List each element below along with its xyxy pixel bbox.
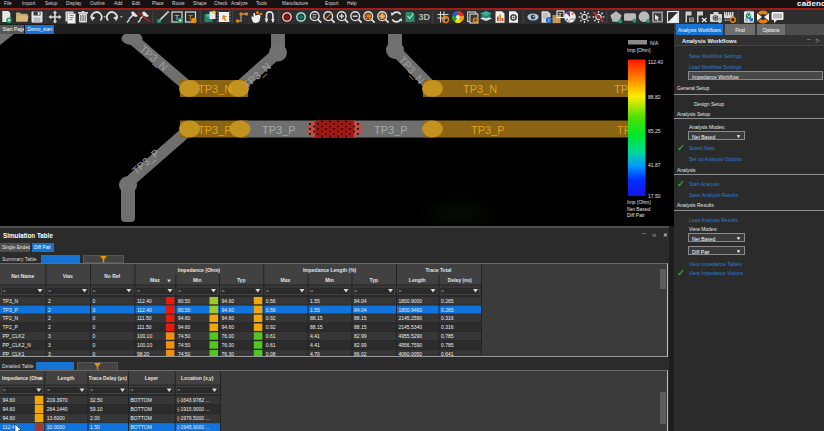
svg-text:Diff Pair: Diff Pair	[627, 212, 645, 218]
svg-text:112.40: 112.40	[137, 307, 152, 313]
svg-text:98.20: 98.20	[137, 351, 150, 357]
svg-text:1.55: 1.55	[310, 298, 320, 304]
svg-text:84.04: 84.04	[354, 307, 367, 313]
svg-text:2145.5340: 2145.5340	[399, 324, 423, 330]
svg-text:Layer: Layer	[145, 375, 158, 381]
svg-text:111.50: 111.50	[137, 315, 152, 321]
svg-text:T: T	[558, 12, 562, 18]
svg-text:0: 0	[93, 324, 96, 330]
svg-text:TP3_P: TP3_P	[198, 124, 232, 136]
svg-text:TP3_P: TP3_P	[262, 124, 296, 136]
svg-text:Length: Length	[409, 277, 426, 283]
svg-text:Max: Max	[281, 277, 291, 283]
svg-text:Min: Min	[325, 277, 334, 283]
svg-text:3D: 3D	[419, 12, 431, 22]
svg-text:1800.9000: 1800.9000	[399, 298, 423, 304]
svg-text:76.30: 76.30	[222, 351, 235, 357]
svg-text:Trace Delay (ps): Trace Delay (ps)	[89, 375, 128, 381]
svg-text:0.92: 0.92	[266, 315, 276, 321]
svg-text:74.50: 74.50	[178, 351, 191, 357]
svg-text:100.10: 100.10	[137, 333, 153, 339]
svg-text:74.50: 74.50	[178, 333, 191, 339]
svg-text:0.61: 0.61	[266, 333, 276, 339]
svg-text:Imp [Ohm]: Imp [Ohm]	[627, 47, 651, 53]
svg-text:76.00: 76.00	[222, 342, 235, 348]
svg-text:10.0000: 10.0000	[47, 424, 65, 430]
svg-text:1800.9460: 1800.9460	[399, 307, 423, 313]
svg-text:4955.5290: 4955.5290	[399, 333, 423, 339]
svg-text:13.6000: 13.6000	[47, 415, 65, 421]
svg-text:Impedance Length (%): Impedance Length (%)	[303, 267, 357, 273]
svg-text:94.60: 94.60	[222, 324, 235, 330]
svg-text:0.265: 0.265	[441, 298, 454, 304]
svg-text:94.60: 94.60	[3, 415, 16, 421]
svg-text:94.60: 94.60	[3, 397, 16, 403]
svg-text:BOTTOM: BOTTOM	[131, 397, 152, 403]
svg-text:4.41: 4.41	[310, 342, 320, 348]
svg-text:BOTTOM: BOTTOM	[131, 406, 152, 412]
svg-text:1.55: 1.55	[310, 307, 320, 313]
svg-text:Length: Length	[58, 375, 75, 381]
svg-text:1.50: 1.50	[90, 424, 100, 430]
svg-text:4956.7590: 4956.7590	[399, 342, 423, 348]
svg-text:32.50: 32.50	[90, 397, 103, 403]
svg-text:2: 2	[48, 324, 51, 330]
svg-text:TP3_N: TP3_N	[138, 42, 171, 73]
svg-text:2.00: 2.00	[90, 415, 100, 421]
svg-text:2: 2	[48, 315, 51, 321]
svg-text:84.04: 84.04	[354, 298, 367, 304]
svg-text:82.99: 82.99	[354, 333, 367, 339]
svg-text:264.1440: 264.1440	[47, 406, 68, 412]
svg-text:112.40: 112.40	[137, 298, 152, 304]
svg-text:86.02: 86.02	[354, 351, 367, 357]
svg-text:Typ: Typ	[370, 277, 379, 283]
svg-text:4.41: 4.41	[310, 333, 320, 339]
svg-text:TP2_N: TP2_N	[3, 315, 19, 321]
svg-text:0.08: 0.08	[266, 351, 276, 357]
svg-text:94.60: 94.60	[178, 324, 191, 330]
svg-text:Net Name: Net Name	[11, 273, 34, 279]
svg-text:TP3_P: TP3_P	[374, 124, 408, 136]
svg-text:TP3_N: TP3_N	[198, 83, 232, 95]
svg-text:100.10: 100.10	[137, 342, 153, 348]
svg-text:94.60: 94.60	[3, 406, 16, 412]
svg-text:0: 0	[93, 351, 96, 357]
svg-text:94.60: 94.60	[222, 307, 235, 313]
svg-text:41.87: 41.87	[648, 162, 661, 168]
svg-text:3: 3	[48, 342, 51, 348]
svg-text:Impedance (Ohm): Impedance (Ohm)	[178, 267, 221, 273]
svg-text:0.785: 0.785	[441, 342, 454, 348]
svg-text:0.92: 0.92	[266, 324, 276, 330]
svg-text:80.50: 80.50	[178, 298, 191, 304]
svg-text:0.56: 0.56	[266, 298, 276, 304]
svg-text:(-1979.5000 ...: (-1979.5000 ...	[177, 415, 210, 421]
svg-text:3: 3	[48, 351, 51, 357]
svg-text:Net Based: Net Based	[627, 206, 651, 212]
svg-text:(-1915.9000 ...: (-1915.9000 ...	[177, 406, 210, 412]
svg-text:74.50: 74.50	[178, 342, 191, 348]
svg-text:BOTTOM: BOTTOM	[131, 424, 152, 430]
svg-text:111.50: 111.50	[137, 324, 152, 330]
svg-text:2: 2	[48, 298, 51, 304]
svg-text:N/A: N/A	[650, 40, 659, 46]
svg-text:PP_CLK1: PP_CLK1	[3, 351, 25, 357]
svg-text:94.60: 94.60	[178, 315, 191, 321]
svg-text:0: 0	[93, 307, 96, 313]
svg-text:No Ref: No Ref	[104, 273, 120, 279]
svg-text:0: 0	[93, 333, 96, 339]
svg-text:(-1643.9782 ...: (-1643.9782 ...	[177, 397, 210, 403]
svg-text:3: 3	[48, 333, 51, 339]
svg-text:2: 2	[48, 307, 51, 313]
svg-text:88.15: 88.15	[310, 315, 323, 321]
svg-text:219.3970: 219.3970	[47, 397, 68, 403]
svg-text:PP_CLK2_N: PP_CLK2_N	[3, 342, 32, 348]
svg-text:Min: Min	[193, 277, 202, 283]
svg-text:76.00: 76.00	[222, 333, 235, 339]
svg-text:Imp (Ohm): Imp (Ohm)	[627, 199, 651, 205]
svg-text:88.15: 88.15	[310, 324, 323, 330]
svg-text:TP3_P: TP3_P	[471, 124, 505, 136]
svg-text:TP3_N: TP3_N	[3, 298, 19, 304]
svg-text:0: 0	[93, 315, 96, 321]
svg-text:0.641: 0.641	[441, 351, 454, 357]
svg-text:0.785: 0.785	[441, 333, 454, 339]
